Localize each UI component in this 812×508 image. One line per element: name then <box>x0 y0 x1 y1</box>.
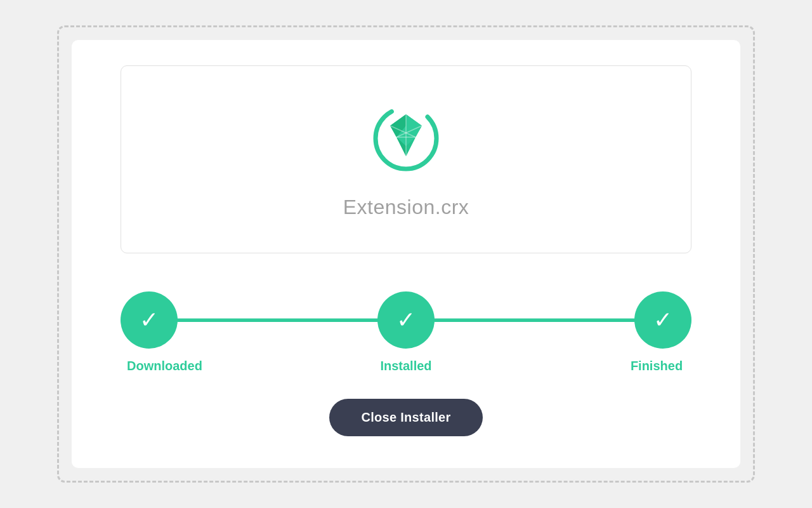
extension-logo <box>368 100 444 177</box>
extension-preview-panel: Extension.crx <box>121 65 691 253</box>
steps-labels: Downloaded Installed Finished <box>121 359 691 373</box>
check-icon-installed: ✓ <box>396 309 416 331</box>
steps-section: ✓ ✓ ✓ Downloaded Installed Finished <box>121 291 691 373</box>
step-label-installed: Installed <box>377 359 435 373</box>
step-label-finished: Finished <box>628 359 685 373</box>
check-icon-finished: ✓ <box>653 309 672 331</box>
check-icon-downloaded: ✓ <box>140 309 159 331</box>
steps-track: ✓ ✓ ✓ <box>121 291 691 349</box>
step-node-installed: ✓ <box>377 291 435 349</box>
extension-title: Extension.crx <box>343 196 469 219</box>
step-label-downloaded: Downloaded <box>127 359 184 373</box>
step-node-finished: ✓ <box>634 291 691 349</box>
installer-card: Extension.crx ✓ ✓ ✓ Downloaded <box>72 40 740 468</box>
step-node-downloaded: ✓ <box>121 291 178 349</box>
outer-container: Extension.crx ✓ ✓ ✓ Downloaded <box>57 25 755 483</box>
close-installer-button[interactable]: Close Installer <box>329 399 482 436</box>
